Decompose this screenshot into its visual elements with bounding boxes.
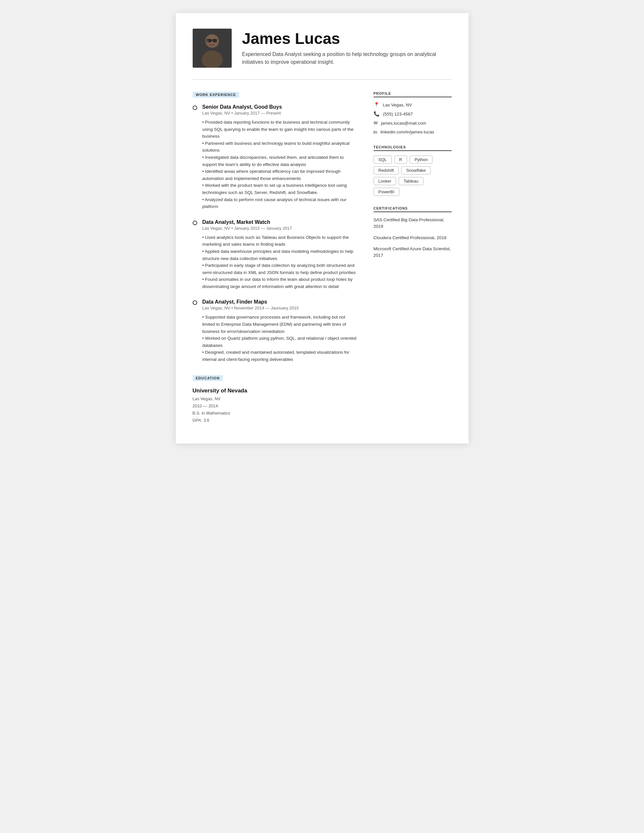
job-description: • Supported data governance processes an… [203,314,358,363]
job-title: Senior Data Analyst, Good Buys [203,104,358,110]
profile-section: PROFILE 📍 Las Vegas, NV 📞 (555) 123-4567… [374,92,452,135]
school-degree: B.S. in Mathematics [193,410,358,417]
education-section: EDUCATION University of Nevada Las Vegas… [193,375,358,424]
phone-icon: 📞 [374,111,380,117]
job-meta: Las Vegas, NV • January 2017 — Present [203,111,358,116]
certs-container: SAS Certified Big Data Professional, 201… [374,217,452,259]
certifications-section: CERTIFICATIONS SAS Certified Big Data Pr… [374,206,452,259]
resume-container: James Lucas Experienced Data Analyst see… [176,13,469,444]
header-divider [193,79,452,80]
job-dot [193,220,197,225]
left-column: WORK EXPERIENCE Senior Data Analyst, Goo… [193,92,358,424]
right-column: PROFILE 📍 Las Vegas, NV 📞 (555) 123-4567… [374,92,452,424]
tech-tag: Looker [374,177,396,185]
header-section: James Lucas Experienced Data Analyst see… [193,29,452,68]
job-meta: Las Vegas, NV • November 2014 — Jaunuary… [203,306,358,310]
tech-tag: PowerBI [374,188,399,196]
job-dot [193,105,197,110]
school-location: Las Vegas, NV [193,396,358,402]
profile-email: ✉ james.lucas@mail.com [374,120,452,126]
avatar [193,29,232,68]
certifications-label: CERTIFICATIONS [374,206,452,212]
tech-tag: Redshift [374,166,399,174]
tech-tag: Snowflake [401,166,430,174]
job-dot [193,300,197,305]
profile-linkedin[interactable]: in linkedin.com/in/james-lucas [374,129,452,135]
school-name: University of Nevada [193,388,358,394]
job-title: Data Analyst, Market Watch [203,219,358,225]
work-experience-section: WORK EXPERIENCE Senior Data Analyst, Goo… [193,92,358,363]
work-experience-label: WORK EXPERIENCE [193,92,240,98]
job-item: Senior Data Analyst, Good Buys Las Vegas… [193,104,358,210]
job-content: Data Analyst, Market Watch Las Vegas, NV… [203,219,358,290]
candidate-tagline: Experienced Data Analyst seeking a posit… [242,50,452,66]
tech-tag: SQL [374,156,392,164]
job-content: Senior Data Analyst, Good Buys Las Vegas… [203,104,358,210]
tech-tag: Tableau [399,177,423,185]
job-meta: Las Vegas, NV • January 2015 — January 2… [203,226,358,231]
header-info: James Lucas Experienced Data Analyst see… [242,30,452,66]
cert-item: Cloudera Certified Professional, 2018 [374,235,452,241]
profile-phone: 📞 (555) 123-4567 [374,111,452,117]
job-title: Data Analyst, Finder Maps [203,299,358,305]
location-icon: 📍 [374,102,380,108]
job-content: Data Analyst, Finder Maps Las Vegas, NV … [203,299,358,363]
profile-label: PROFILE [374,92,452,97]
tech-tag: Python [410,156,433,164]
cert-item: Microsoft Certified Azure Data Scientist… [374,246,452,259]
linkedin-icon: in [374,129,377,135]
tech-tag: R [394,156,407,164]
candidate-name: James Lucas [242,30,452,48]
email-icon: ✉ [374,120,378,126]
job-description: • Used analytics tools such as Tableau a… [203,234,358,290]
technologies-section: TECHNOLOGIES SQLRPythonRedshiftSnowflake… [374,145,452,196]
job-item: Data Analyst, Finder Maps Las Vegas, NV … [193,299,358,363]
jobs-container: Senior Data Analyst, Good Buys Las Vegas… [193,104,358,363]
job-item: Data Analyst, Market Watch Las Vegas, NV… [193,219,358,290]
tech-grid: SQLRPythonRedshiftSnowflakeLookerTableau… [374,156,452,196]
profile-location: 📍 Las Vegas, NV [374,102,452,108]
cert-item: SAS Certified Big Data Professional, 201… [374,217,452,230]
job-description: • Provided data reporting functions to t… [203,119,358,210]
school-years: 2010 — 2014 [193,402,358,410]
education-label: EDUCATION [193,375,223,381]
school-gpa: GPA: 3.6 [193,417,358,424]
main-layout: WORK EXPERIENCE Senior Data Analyst, Goo… [193,92,452,424]
technologies-label: TECHNOLOGIES [374,145,452,151]
